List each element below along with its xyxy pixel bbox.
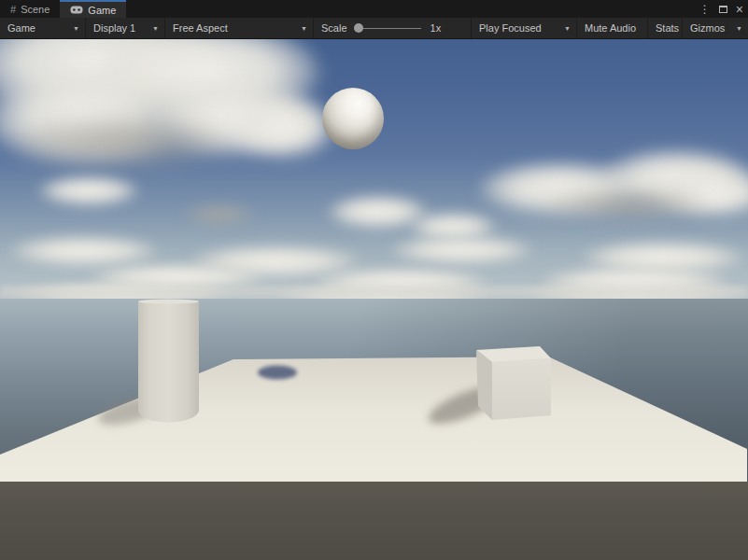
chevron-down-icon: ▼ (145, 25, 159, 32)
stats-button[interactable]: Stats (648, 18, 683, 38)
cylinder (138, 300, 199, 423)
aspect-label: Free Aspect (173, 22, 228, 34)
tab-game-label: Game (88, 5, 116, 16)
game-viewport[interactable] (0, 39, 748, 560)
game-menu-dropdown[interactable]: Game ▼ (0, 18, 86, 38)
close-icon[interactable]: × (736, 3, 743, 16)
game-view-toolbar: Game ▼ Display 1 ▼ Free Aspect ▼ Scale 1… (0, 18, 748, 39)
gizmos-label: Gizmos (690, 22, 725, 34)
tab-game[interactable]: Game (60, 0, 126, 18)
game-menu-label: Game (7, 22, 35, 34)
gizmos-dropdown[interactable]: Gizmos ▼ (683, 18, 748, 38)
window-controls: ⋮ × (699, 0, 743, 18)
chevron-down-icon: ▼ (557, 25, 571, 32)
scale-label: Scale (321, 22, 347, 34)
chevron-down-icon: ▼ (728, 25, 742, 32)
cube (476, 346, 551, 420)
play-focused-dropdown[interactable]: Play Focused ▼ (472, 18, 577, 38)
play-focused-label: Play Focused (479, 22, 542, 34)
stats-label: Stats (656, 22, 679, 34)
tab-scene[interactable]: # Scene (0, 0, 60, 18)
tab-bar: # Scene Game ⋮ × (0, 0, 748, 18)
display-label: Display 1 (93, 22, 135, 34)
chevron-down-icon: ▼ (65, 25, 79, 32)
aspect-ratio-dropdown[interactable]: Free Aspect ▼ (165, 18, 314, 38)
mute-audio-button[interactable]: Mute Audio (577, 18, 648, 38)
kebab-menu-icon[interactable]: ⋮ (699, 4, 711, 15)
chevron-down-icon: ▼ (293, 25, 307, 32)
foreground-ground (0, 482, 748, 560)
scale-slider-knob[interactable] (354, 23, 363, 33)
scene-grid-icon: # (10, 4, 16, 15)
sphere (322, 88, 384, 149)
mute-audio-label: Mute Audio (585, 22, 636, 34)
gamepad-icon (70, 6, 83, 14)
sphere-shadow (258, 366, 297, 380)
unity-game-window: # Scene Game ⋮ × Game ▼ Display 1 ▼ Free… (0, 0, 748, 560)
scale-value: 1x (430, 22, 442, 34)
tab-scene-label: Scene (21, 4, 49, 15)
scale-slider[interactable] (356, 28, 421, 29)
display-dropdown[interactable]: Display 1 ▼ (86, 18, 165, 38)
scale-control: Scale 1x (314, 18, 472, 38)
maximize-icon[interactable] (719, 6, 727, 13)
